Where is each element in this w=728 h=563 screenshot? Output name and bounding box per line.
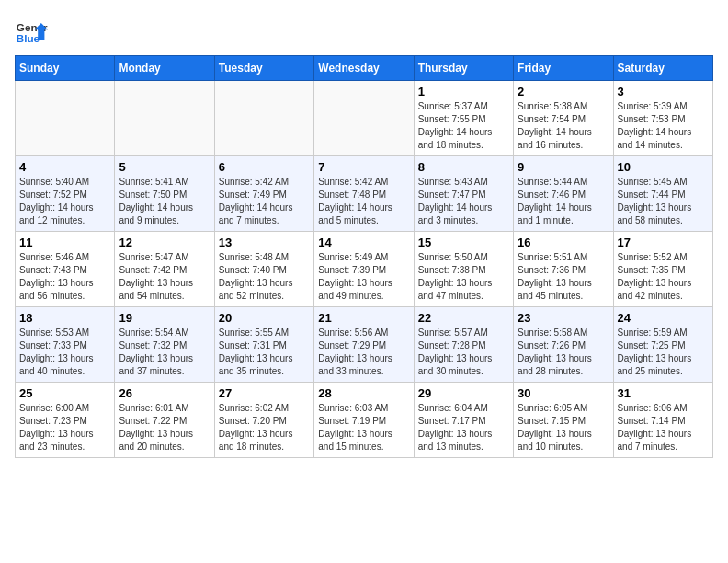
day-header-tuesday: Tuesday (214, 56, 313, 81)
day-number: 26 (119, 386, 210, 400)
page-header: General Blue (15, 15, 713, 48)
day-info: Sunrise: 5:59 AMSunset: 7:25 PMDaylight:… (618, 327, 709, 378)
day-header-thursday: Thursday (414, 56, 513, 81)
day-number: 29 (418, 386, 509, 400)
calendar-week-1: 1Sunrise: 5:37 AMSunset: 7:55 PMDaylight… (16, 81, 713, 156)
day-number: 19 (119, 311, 210, 325)
logo: General Blue (15, 15, 48, 48)
calendar-week-3: 11Sunrise: 5:46 AMSunset: 7:43 PMDayligh… (16, 232, 713, 307)
day-header-saturday: Saturday (613, 56, 712, 81)
calendar-cell: 22Sunrise: 5:57 AMSunset: 7:28 PMDayligh… (414, 307, 513, 383)
day-number: 14 (318, 236, 409, 249)
calendar-cell: 28Sunrise: 6:03 AMSunset: 7:19 PMDayligh… (314, 383, 414, 458)
day-number: 30 (518, 386, 609, 400)
calendar-cell: 3Sunrise: 5:39 AMSunset: 7:53 PMDaylight… (613, 81, 712, 156)
day-number: 27 (219, 386, 310, 400)
calendar-cell: 2Sunrise: 5:38 AMSunset: 7:54 PMDaylight… (514, 81, 613, 156)
day-number: 10 (618, 160, 709, 174)
day-number: 23 (518, 311, 609, 325)
day-number: 9 (518, 160, 609, 174)
day-number: 17 (618, 236, 709, 249)
day-header-sunday: Sunday (16, 56, 115, 81)
day-info: Sunrise: 5:49 AMSunset: 7:39 PMDaylight:… (318, 251, 409, 303)
logo-icon: General Blue (15, 15, 48, 48)
day-number: 24 (618, 311, 709, 325)
calendar-cell: 13Sunrise: 5:48 AMSunset: 7:40 PMDayligh… (214, 232, 313, 307)
calendar-cell: 4Sunrise: 5:40 AMSunset: 7:52 PMDaylight… (16, 156, 115, 232)
calendar-cell: 1Sunrise: 5:37 AMSunset: 7:55 PMDaylight… (414, 81, 513, 156)
calendar-cell: 29Sunrise: 6:04 AMSunset: 7:17 PMDayligh… (414, 383, 513, 458)
day-info: Sunrise: 5:46 AMSunset: 7:43 PMDaylight:… (19, 251, 110, 303)
day-info: Sunrise: 6:02 AMSunset: 7:20 PMDaylight:… (219, 402, 310, 454)
day-number: 5 (119, 160, 210, 174)
calendar-cell (16, 81, 115, 156)
day-info: Sunrise: 5:50 AMSunset: 7:38 PMDaylight:… (418, 251, 509, 303)
calendar-cell: 23Sunrise: 5:58 AMSunset: 7:26 PMDayligh… (514, 307, 613, 383)
calendar-cell: 11Sunrise: 5:46 AMSunset: 7:43 PMDayligh… (16, 232, 115, 307)
day-info: Sunrise: 5:53 AMSunset: 7:33 PMDaylight:… (19, 327, 110, 378)
day-number: 3 (618, 85, 709, 98)
day-info: Sunrise: 5:47 AMSunset: 7:42 PMDaylight:… (119, 251, 210, 303)
calendar-cell: 31Sunrise: 6:06 AMSunset: 7:14 PMDayligh… (613, 383, 712, 458)
day-info: Sunrise: 5:39 AMSunset: 7:53 PMDaylight:… (618, 100, 709, 152)
day-info: Sunrise: 5:58 AMSunset: 7:26 PMDaylight:… (518, 327, 609, 378)
day-info: Sunrise: 5:41 AMSunset: 7:50 PMDaylight:… (119, 176, 210, 227)
calendar-cell: 6Sunrise: 5:42 AMSunset: 7:49 PMDaylight… (214, 156, 313, 232)
svg-text:Blue: Blue (17, 32, 40, 44)
day-info: Sunrise: 6:03 AMSunset: 7:19 PMDaylight:… (318, 402, 409, 454)
calendar-header-row: SundayMondayTuesdayWednesdayThursdayFrid… (16, 56, 713, 81)
day-info: Sunrise: 5:48 AMSunset: 7:40 PMDaylight:… (219, 251, 310, 303)
day-info: Sunrise: 5:43 AMSunset: 7:47 PMDaylight:… (418, 176, 509, 227)
calendar-cell: 17Sunrise: 5:52 AMSunset: 7:35 PMDayligh… (613, 232, 712, 307)
day-info: Sunrise: 5:45 AMSunset: 7:44 PMDaylight:… (618, 176, 709, 227)
calendar-cell: 9Sunrise: 5:44 AMSunset: 7:46 PMDaylight… (514, 156, 613, 232)
calendar-cell: 30Sunrise: 6:05 AMSunset: 7:15 PMDayligh… (514, 383, 613, 458)
day-number: 13 (219, 236, 310, 249)
day-number: 16 (518, 236, 609, 249)
calendar-cell: 26Sunrise: 6:01 AMSunset: 7:22 PMDayligh… (115, 383, 214, 458)
day-info: Sunrise: 5:54 AMSunset: 7:32 PMDaylight:… (119, 327, 210, 378)
day-info: Sunrise: 6:06 AMSunset: 7:14 PMDaylight:… (618, 402, 709, 454)
calendar-cell (115, 81, 214, 156)
calendar-cell: 10Sunrise: 5:45 AMSunset: 7:44 PMDayligh… (613, 156, 712, 232)
day-number: 28 (318, 386, 409, 400)
day-info: Sunrise: 5:44 AMSunset: 7:46 PMDaylight:… (518, 176, 609, 227)
day-info: Sunrise: 5:56 AMSunset: 7:29 PMDaylight:… (318, 327, 409, 378)
calendar-cell: 27Sunrise: 6:02 AMSunset: 7:20 PMDayligh… (214, 383, 313, 458)
calendar-cell: 24Sunrise: 5:59 AMSunset: 7:25 PMDayligh… (613, 307, 712, 383)
day-number: 21 (318, 311, 409, 325)
day-info: Sunrise: 5:51 AMSunset: 7:36 PMDaylight:… (518, 251, 609, 303)
day-number: 4 (19, 160, 110, 174)
calendar-cell: 14Sunrise: 5:49 AMSunset: 7:39 PMDayligh… (314, 232, 414, 307)
day-number: 25 (19, 386, 110, 400)
day-info: Sunrise: 6:05 AMSunset: 7:15 PMDaylight:… (518, 402, 609, 454)
calendar-cell: 5Sunrise: 5:41 AMSunset: 7:50 PMDaylight… (115, 156, 214, 232)
day-info: Sunrise: 6:01 AMSunset: 7:22 PMDaylight:… (119, 402, 210, 454)
day-header-wednesday: Wednesday (314, 56, 414, 81)
calendar-body: 1Sunrise: 5:37 AMSunset: 7:55 PMDaylight… (16, 81, 713, 458)
day-info: Sunrise: 5:38 AMSunset: 7:54 PMDaylight:… (518, 100, 609, 152)
day-number: 15 (418, 236, 509, 249)
calendar-cell: 16Sunrise: 5:51 AMSunset: 7:36 PMDayligh… (514, 232, 613, 307)
day-info: Sunrise: 5:37 AMSunset: 7:55 PMDaylight:… (418, 100, 509, 152)
calendar-cell: 18Sunrise: 5:53 AMSunset: 7:33 PMDayligh… (16, 307, 115, 383)
day-info: Sunrise: 6:00 AMSunset: 7:23 PMDaylight:… (19, 402, 110, 454)
day-number: 22 (418, 311, 509, 325)
calendar-cell: 15Sunrise: 5:50 AMSunset: 7:38 PMDayligh… (414, 232, 513, 307)
calendar-cell: 8Sunrise: 5:43 AMSunset: 7:47 PMDaylight… (414, 156, 513, 232)
calendar-cell: 7Sunrise: 5:42 AMSunset: 7:48 PMDaylight… (314, 156, 414, 232)
calendar-cell: 19Sunrise: 5:54 AMSunset: 7:32 PMDayligh… (115, 307, 214, 383)
day-info: Sunrise: 5:42 AMSunset: 7:49 PMDaylight:… (219, 176, 310, 227)
calendar-cell: 21Sunrise: 5:56 AMSunset: 7:29 PMDayligh… (314, 307, 414, 383)
day-info: Sunrise: 5:40 AMSunset: 7:52 PMDaylight:… (19, 176, 110, 227)
day-info: Sunrise: 5:55 AMSunset: 7:31 PMDaylight:… (219, 327, 310, 378)
calendar-cell: 25Sunrise: 6:00 AMSunset: 7:23 PMDayligh… (16, 383, 115, 458)
day-info: Sunrise: 5:57 AMSunset: 7:28 PMDaylight:… (418, 327, 509, 378)
calendar-cell (314, 81, 414, 156)
calendar-cell (214, 81, 313, 156)
calendar-table: SundayMondayTuesdayWednesdayThursdayFrid… (15, 55, 713, 458)
day-number: 12 (119, 236, 210, 249)
day-number: 8 (418, 160, 509, 174)
day-header-friday: Friday (514, 56, 613, 81)
calendar-cell: 12Sunrise: 5:47 AMSunset: 7:42 PMDayligh… (115, 232, 214, 307)
